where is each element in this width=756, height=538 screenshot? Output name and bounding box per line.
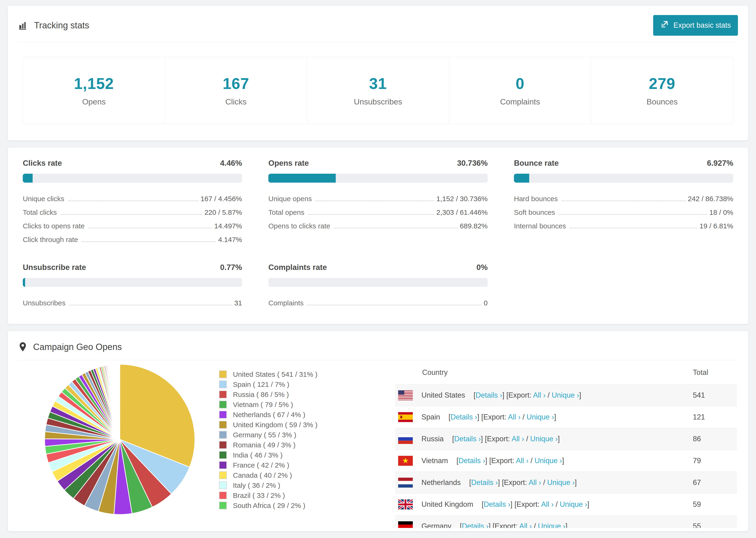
country-links: [Details ›] [Export: All › / Unique ›] [460,522,567,528]
export-button-label: Export basic stats [674,21,731,29]
legend-label: United Kingdom ( 59 / 3% ) [233,421,317,429]
rate-row-label: Unsubscribes [23,299,66,307]
geo-table-row-netherlands: Netherlands [Details ›] [Export: All › /… [395,472,737,494]
legend-item-netherlands[interactable]: Netherlands ( 67 / 4% ) [219,409,356,420]
rate-title: Clicks rate [23,159,62,168]
rate-row-total-clicks: Total clicks 220 / 5.87% [23,206,242,219]
rate-row-internal-bounces: Internal bounces 19 / 6.81% [514,219,733,233]
rate-row-unique-opens: Unique opens 1,152 / 30.736% [268,192,488,206]
export-unique-link-united-kingdom[interactable]: Unique › [560,500,587,509]
legend-swatch-italy [219,481,227,489]
legend-item-united-kingdom[interactable]: United Kingdom ( 59 / 3% ) [219,420,356,430]
legend-item-france[interactable]: France ( 42 / 2% ) [219,460,356,470]
details-link-spain[interactable]: Details › [451,413,477,421]
export-all-link-vietnam[interactable]: All › [516,457,528,465]
legend-swatch-united-kingdom [219,421,227,429]
dotted-leader [82,241,216,242]
rate-progressbar-unsubscribe-rate [23,278,242,287]
export-unique-link-germany[interactable]: Unique › [538,522,566,528]
details-link-united-kingdom[interactable]: Details › [484,500,511,509]
details-link-russia[interactable]: Details › [454,435,481,443]
legend-label: France ( 42 / 2% ) [233,461,289,469]
country-links: [Details ›] [Export: All › / Unique ›] [473,391,581,400]
pie-legend: United States ( 541 / 31% ) Spain ( 121 … [219,369,356,511]
legend-label: Russia ( 86 / 5% ) [233,391,289,399]
dotted-leader [61,214,202,215]
rate-row-label: Total clicks [23,208,57,216]
export-all-link-united-kingdom[interactable]: All › [541,500,554,509]
stat-label-bounces: Bounces [647,97,677,106]
total-cell-germany: 55 [693,515,737,528]
country-cell-russia: Russia [Details ›] [Export: All › / Uniq… [395,434,693,444]
details-link-netherlands[interactable]: Details › [471,478,498,487]
legend-item-united-states[interactable]: United States ( 541 / 31% ) [219,369,356,379]
geo-table-row-united-kingdom: United Kingdom [Details ›] [Export: All … [395,494,737,515]
rates-grid: Clicks rate 4.46% Unique clicks 167 / 4.… [23,159,733,310]
rate-value: 0.77% [220,263,242,272]
rate-row-total-opens: Total opens 2,303 / 61.446% [268,206,488,219]
rate-row-value: 19 / 6.81% [700,222,733,230]
stat-box-bounces: 279 Bounces [591,57,733,124]
geo-table-header-row: Country Total [395,364,737,385]
country-links: [Details ›] [Export: All › / Unique ›] [469,478,577,487]
dotted-leader [308,214,434,215]
legend-swatch-france [219,461,227,469]
legend-swatch-vietnam [219,401,227,408]
legend-item-spain[interactable]: Spain ( 121 / 7% ) [219,379,356,389]
flag-icon-es [398,412,413,422]
export-all-link-spain[interactable]: All › [508,413,520,421]
legend-item-brazil[interactable]: Brazil ( 33 / 2% ) [219,490,356,501]
legend-item-canada[interactable]: Canada ( 40 / 2% ) [219,470,356,480]
rate-row-label: Complaints [268,299,303,307]
details-link-germany[interactable]: Details › [462,522,489,528]
stat-value-bounces: 279 [649,75,675,92]
export-unique-link-russia[interactable]: Unique › [530,435,558,443]
export-unique-link-united-states[interactable]: Unique › [552,391,579,399]
stat-box-clicks: 167 Clicks [165,57,307,124]
details-link-united-states[interactable]: Details › [476,391,503,399]
legend-item-germany[interactable]: Germany ( 55 / 3% ) [219,430,356,440]
stat-value-complaints: 0 [515,75,524,92]
dotted-leader [307,305,481,305]
legend-item-italy[interactable]: Italy ( 36 / 2% ) [219,480,356,490]
legend-item-india[interactable]: India ( 46 / 3% ) [219,450,356,460]
tracking-stats-header: Tracking stats Export basic stats [8,6,748,42]
stat-box-unsubscribes: 31 Unsubscribes [307,57,449,124]
rate-title: Unsubscribe rate [23,263,86,272]
flag-icon-de [398,521,413,528]
legend-item-romania[interactable]: Romania ( 49 / 3% ) [219,440,356,450]
rate-value: 4.46% [220,159,242,168]
rate-block-clicks-rate: Clicks rate 4.46% Unique clicks 167 / 4.… [23,159,242,246]
export-unique-link-vietnam[interactable]: Unique › [535,457,562,465]
dotted-leader [334,228,458,228]
legend-item-russia[interactable]: Russia ( 86 / 5% ) [219,389,356,400]
legend-label: Germany ( 55 / 3% ) [233,431,296,439]
rate-head-opens-rate: Opens rate 30.736% [268,159,488,168]
rate-row-value: 31 [234,299,242,307]
export-unique-link-spain[interactable]: Unique › [527,413,554,421]
map-pin-icon [18,342,27,352]
stat-label-complaints: Complaints [500,97,540,106]
legend-swatch-romania [219,441,227,449]
total-cell-spain: 121 [693,406,737,428]
export-unique-link-netherlands[interactable]: Unique › [547,478,575,487]
country-name: Vietnam [421,457,448,465]
rate-row-label: Opens to clicks rate [268,222,330,230]
export-basic-stats-button[interactable]: Export basic stats [653,15,738,36]
export-all-link-netherlands[interactable]: All › [528,478,541,487]
legend-item-vietnam[interactable]: Vietnam ( 79 / 5% ) [219,400,356,409]
rate-block-bounce-rate: Bounce rate 6.927% Hard bounces 242 / 86… [514,159,733,246]
total-cell-united-kingdom: 59 [693,494,737,515]
export-all-link-germany[interactable]: All › [519,522,532,528]
rate-value: 30.736% [457,159,488,168]
export-all-link-united-states[interactable]: All › [533,391,545,399]
flag-icon-us [398,390,413,401]
rate-row-hard-bounces: Hard bounces 242 / 86.738% [514,192,733,206]
export-all-link-russia[interactable]: All › [512,435,524,443]
details-link-vietnam[interactable]: Details › [459,457,485,465]
total-column-header: Total [693,364,737,385]
country-column-header: Country [395,364,693,385]
legend-item-south-africa[interactable]: South Africa ( 29 / 2% ) [219,501,356,511]
legend-swatch-brazil [219,492,227,499]
legend-label: Romania ( 49 / 3% ) [233,441,296,449]
